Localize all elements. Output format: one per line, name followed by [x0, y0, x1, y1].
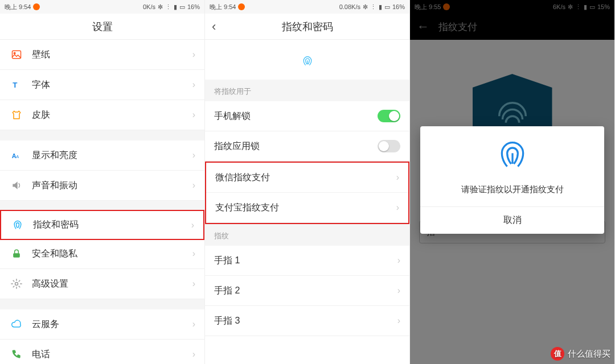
back-button[interactable]: ‹ [212, 19, 216, 34]
item-label: 指纹和密码 [33, 219, 79, 231]
cancel-button[interactable]: 取消 [420, 206, 604, 234]
status-bar: 晚上 9:54 0K/s ✼ ⋮ ▮ ▭ 16% [0, 0, 204, 14]
chevron-right-icon: › [192, 319, 195, 329]
toggle-switch[interactable] [378, 140, 400, 152]
sound-icon [11, 180, 22, 191]
svg-rect-5 [13, 253, 20, 258]
finger-item[interactable]: 手指 3› [205, 306, 409, 336]
skin-icon [11, 109, 22, 121]
watermark-text: 什么值得买 [568, 349, 610, 359]
item-label: 云服务 [32, 318, 59, 330]
item-label: 显示和亮度 [32, 150, 77, 162]
battery-icon: ▭ [179, 3, 185, 11]
item-label: 字体 [32, 79, 50, 91]
settings-item-fingerprint[interactable]: 指纹和密码› [0, 210, 204, 240]
payment-item[interactable]: 支付宝指纹支付› [206, 193, 408, 223]
brightness-icon: AA [11, 150, 22, 161]
chevron-right-icon: › [192, 279, 195, 289]
fingerprint-hero [205, 40, 409, 80]
status-network: 0K/s [143, 3, 155, 10]
status-time: 晚上 9:54 [5, 3, 31, 11]
panel-settings: 晚上 9:54 0K/s ✼ ⋮ ▮ ▭ 16% 设置 壁纸›T字体›皮肤›AA… [0, 0, 205, 364]
lock-icon [11, 248, 22, 259]
svg-text:A: A [16, 154, 19, 159]
chevron-right-icon: › [191, 220, 194, 230]
toggle-switch[interactable] [378, 110, 400, 122]
settings-item-phone[interactable]: 电话› [0, 340, 204, 364]
finger-item[interactable]: 手指 1› [205, 246, 409, 276]
bluetooth-icon: ✼ [158, 3, 163, 11]
gear-icon [11, 278, 22, 289]
svg-point-1 [14, 52, 15, 54]
chevron-right-icon: › [397, 316, 400, 326]
item-label: 指纹应用锁 [214, 140, 260, 152]
wifi-icon: ⋮ [165, 3, 171, 11]
page-title: 设置 [0, 14, 204, 40]
bluetooth-icon: ✼ [363, 3, 368, 11]
font-icon: T [11, 79, 22, 90]
section-header-fingerprints: 指纹 [205, 224, 409, 246]
item-label: 电话 [32, 349, 50, 361]
chevron-right-icon: › [192, 180, 195, 191]
settings-item-lock[interactable]: 安全和隐私› [0, 239, 204, 269]
svg-rect-0 [13, 51, 21, 58]
settings-item-brightness[interactable]: AA显示和亮度› [0, 140, 204, 171]
section-header-use-for: 将指纹用于 [205, 80, 409, 101]
signal-icon: ▮ [174, 3, 177, 11]
item-label: 手指 2 [214, 285, 240, 297]
watermark-badge: 值 [551, 347, 564, 361]
toggle-item[interactable]: 指纹应用锁 [205, 131, 409, 162]
notification-dot-icon [33, 3, 40, 10]
chevron-right-icon: › [192, 80, 195, 90]
chevron-right-icon: › [396, 202, 399, 213]
chevron-right-icon: › [397, 255, 400, 266]
item-label: 支付宝指纹支付 [215, 202, 279, 214]
payment-item[interactable]: 微信指纹支付› [206, 163, 408, 193]
settings-item-cloud[interactable]: 云服务› [0, 309, 204, 340]
phone-icon [11, 349, 22, 360]
item-label: 安全和隐私 [32, 248, 77, 260]
item-label: 手指 1 [214, 255, 240, 267]
verify-modal: 请验证指纹以开通指纹支付 取消 [420, 126, 604, 234]
chevron-right-icon: › [192, 49, 195, 60]
item-label: 壁纸 [32, 49, 50, 61]
item-label: 手机解锁 [214, 110, 251, 122]
page-header: ‹ 指纹和密码 [205, 14, 409, 40]
toggle-item[interactable]: 手机解锁 [205, 101, 409, 131]
item-label: 高级设置 [32, 278, 68, 290]
status-bar: 晚上 9:54 0.08K/s ✼ ⋮ ▮ ▭ 16% [205, 0, 409, 14]
chevron-right-icon: › [396, 172, 399, 183]
status-network: 0.08K/s [339, 3, 360, 10]
status-battery: 16% [187, 3, 200, 10]
settings-item-sound[interactable]: 声音和振动› [0, 171, 204, 201]
fingerprint-icon [302, 56, 313, 67]
fingerprint-icon [12, 220, 23, 231]
fingerprint-icon [497, 140, 528, 172]
watermark: 值 什么值得买 [551, 347, 610, 361]
settings-item-gear[interactable]: 高级设置› [0, 269, 204, 299]
wallpaper-icon [11, 49, 22, 60]
settings-item-wallpaper[interactable]: 壁纸› [0, 40, 204, 70]
chevron-right-icon: › [192, 110, 195, 120]
status-battery: 16% [392, 3, 405, 10]
item-label: 微信指纹支付 [215, 172, 270, 184]
svg-text:T: T [13, 81, 17, 89]
settings-item-font[interactable]: T字体› [0, 70, 204, 100]
signal-icon: ▮ [379, 3, 382, 11]
chevron-right-icon: › [192, 349, 195, 359]
cloud-icon [11, 318, 22, 330]
battery-icon: ▭ [384, 3, 390, 11]
chevron-right-icon: › [192, 150, 195, 160]
panel-fingerprint-password: 晚上 9:54 0.08K/s ✼ ⋮ ▮ ▭ 16% ‹ 指纹和密码 将指纹用 [205, 0, 410, 364]
svg-point-6 [15, 283, 18, 286]
panel-fingerprint-payment: 晚上 9:55 6K/s ✼ ⋮ ▮ ▭ 15% ← 指纹支付 [410, 0, 615, 364]
page-title: 指纹和密码 [282, 20, 333, 34]
settings-item-skin[interactable]: 皮肤› [0, 100, 204, 130]
finger-item[interactable]: 手指 2› [205, 276, 409, 306]
chevron-right-icon: › [192, 249, 195, 259]
item-label: 皮肤 [32, 109, 50, 121]
chevron-right-icon: › [397, 286, 400, 296]
status-time: 晚上 9:54 [210, 3, 236, 11]
item-label: 手指 3 [214, 315, 240, 327]
notification-dot-icon [238, 3, 245, 10]
